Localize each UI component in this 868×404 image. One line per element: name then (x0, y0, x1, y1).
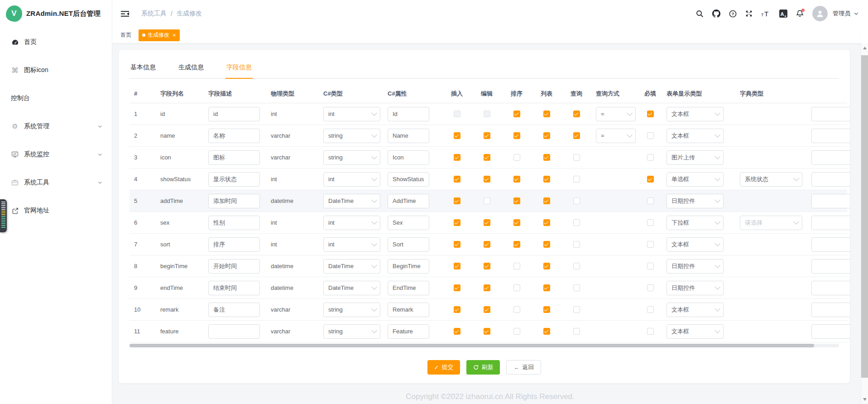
insert-checkbox[interactable] (454, 197, 460, 204)
sidebar-item-system-monitor[interactable]: 系统监控 (0, 140, 112, 168)
tag-close-icon[interactable]: × (173, 32, 176, 38)
query-checkbox[interactable] (573, 132, 580, 139)
tab-generate-info[interactable]: 生成信息 (177, 62, 205, 78)
column-desc-input[interactable]: 结束时间 (208, 281, 260, 295)
column-desc-input[interactable]: 名称 (208, 129, 260, 143)
cs-property-input[interactable]: BeginTime (388, 259, 429, 274)
sidebar-item-system-tools[interactable]: 系统工具 (0, 168, 112, 197)
help-icon[interactable]: ? (729, 10, 737, 18)
cs-property-input[interactable]: Sex (388, 216, 429, 230)
dict-type-select[interactable]: 请选择 (740, 216, 802, 230)
display-type-select[interactable]: 下拉框 (667, 216, 724, 230)
extra-input[interactable] (811, 281, 850, 295)
insert-checkbox[interactable] (454, 241, 460, 248)
edit-checkbox[interactable] (484, 263, 490, 269)
column-desc-input[interactable]: 性别 (208, 216, 260, 230)
required-checkbox[interactable] (647, 197, 654, 204)
cs-property-input[interactable]: Id (388, 107, 429, 121)
sidebar-item-console[interactable]: 控制台 (0, 84, 112, 112)
left-edge-widget-handle[interactable] (0, 199, 7, 232)
dict-type-select[interactable]: 系统状态 (740, 172, 802, 187)
required-checkbox[interactable] (647, 284, 654, 291)
user-name[interactable]: 管理员 (833, 10, 850, 18)
insert-checkbox[interactable] (454, 284, 460, 291)
cs-property-input[interactable]: Icon (388, 150, 429, 165)
sidebar-item-home[interactable]: 首页 (0, 28, 112, 56)
query-type-select[interactable]: = (596, 107, 636, 121)
column-desc-input[interactable]: 图标 (208, 150, 260, 165)
display-type-select[interactable]: 文本框 (667, 129, 724, 143)
cs-property-input[interactable]: Sort (388, 237, 429, 252)
required-checkbox[interactable] (647, 154, 654, 161)
edit-checkbox[interactable] (484, 132, 490, 139)
sidebar-item-icons[interactable]: ⌘图标icon (0, 56, 112, 84)
query-checkbox[interactable] (573, 328, 580, 335)
display-type-select[interactable]: 图片上传 (667, 150, 724, 165)
query-checkbox[interactable] (573, 241, 580, 248)
query-type-select[interactable]: = (596, 129, 636, 143)
column-desc-input[interactable] (208, 324, 260, 339)
edit-checkbox[interactable] (484, 306, 490, 313)
required-checkbox[interactable] (647, 241, 654, 248)
edit-checkbox[interactable] (484, 241, 490, 248)
cs-type-select[interactable]: string (323, 324, 380, 339)
display-type-select[interactable]: 单选框 (667, 172, 724, 187)
sort-checkbox[interactable] (513, 284, 520, 291)
display-type-select[interactable]: 日期控件 (667, 259, 724, 274)
list-checkbox[interactable] (543, 197, 550, 204)
cs-type-select[interactable]: int (323, 172, 380, 187)
tab-basic-info[interactable]: 基本信息 (129, 62, 157, 78)
list-checkbox[interactable] (543, 284, 550, 291)
cs-type-select[interactable]: DateTime (323, 281, 380, 295)
cs-type-select[interactable]: DateTime (323, 259, 380, 274)
query-checkbox[interactable] (573, 154, 580, 161)
edit-checkbox[interactable] (484, 176, 490, 183)
required-checkbox[interactable] (647, 328, 654, 335)
cs-property-input[interactable]: AddTime (388, 194, 429, 208)
query-checkbox[interactable] (573, 197, 580, 204)
list-checkbox[interactable] (543, 328, 550, 335)
sort-checkbox[interactable] (513, 219, 520, 226)
display-type-select[interactable]: 文本框 (667, 237, 724, 252)
column-desc-input[interactable]: 备注 (208, 303, 260, 317)
query-checkbox[interactable] (573, 263, 580, 269)
edit-checkbox[interactable] (484, 197, 490, 204)
chevron-down-icon[interactable] (854, 11, 859, 16)
display-type-select[interactable]: 日期控件 (667, 281, 724, 295)
scroll-up-arrow[interactable] (863, 47, 867, 49)
breadcrumb-item[interactable]: 系统工具 (141, 10, 167, 18)
extra-input[interactable] (811, 259, 850, 274)
list-checkbox[interactable] (543, 241, 550, 248)
edit-checkbox[interactable] (484, 154, 490, 161)
sort-checkbox[interactable] (513, 154, 520, 161)
sidebar-item-system-management[interactable]: ⚙系统管理 (0, 112, 112, 140)
insert-checkbox[interactable] (454, 328, 460, 335)
cs-property-input[interactable]: Name (388, 129, 429, 143)
column-desc-input[interactable]: 开始时间 (208, 259, 260, 274)
search-icon[interactable] (696, 10, 704, 18)
column-desc-input[interactable]: 排序 (208, 237, 260, 252)
cs-type-select[interactable]: int (323, 216, 380, 230)
extra-input[interactable] (811, 324, 850, 339)
list-checkbox[interactable] (543, 111, 550, 117)
sidebar-item-website[interactable]: 官网地址 (0, 197, 112, 225)
required-checkbox[interactable] (647, 111, 654, 117)
refresh-button[interactable]: 刷新 (466, 360, 500, 375)
query-checkbox[interactable] (573, 284, 580, 291)
extra-input[interactable] (811, 150, 850, 165)
sort-checkbox[interactable] (513, 197, 520, 204)
column-desc-input[interactable]: 添加时间 (208, 194, 260, 208)
scroll-down-arrow[interactable] (863, 398, 867, 401)
cs-type-select[interactable]: string (323, 303, 380, 317)
list-checkbox[interactable] (543, 154, 550, 161)
github-icon[interactable] (712, 10, 720, 18)
extra-input[interactable] (811, 107, 850, 121)
submit-button[interactable]: ✓ 提交 (427, 360, 460, 375)
sort-checkbox[interactable] (513, 241, 520, 248)
insert-checkbox[interactable] (454, 176, 460, 183)
extra-input[interactable] (811, 172, 850, 187)
list-checkbox[interactable] (543, 219, 550, 226)
cs-property-input[interactable]: EndTime (388, 281, 429, 295)
bell-icon[interactable] (796, 10, 804, 18)
sort-checkbox[interactable] (513, 328, 520, 335)
